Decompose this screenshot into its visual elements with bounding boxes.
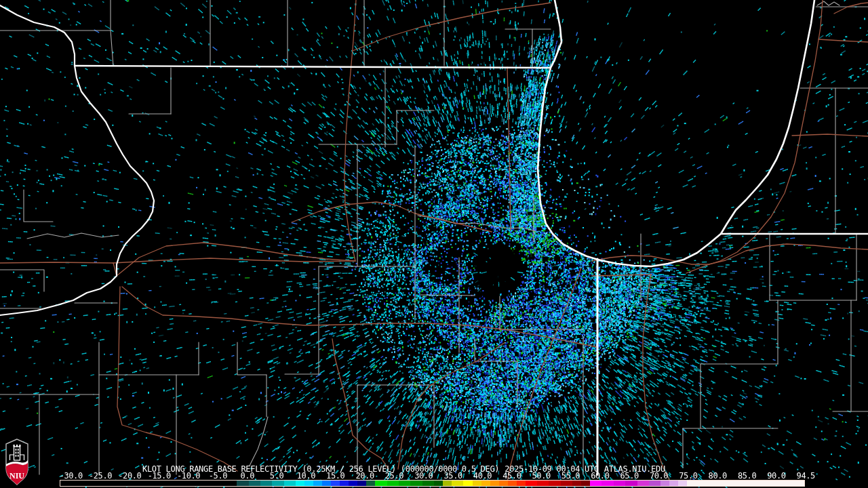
highway — [507, 268, 581, 483]
scale-tick-label: 50.0 — [527, 472, 556, 480]
county-line — [237, 342, 267, 375]
highway — [292, 202, 492, 232]
scale-tick-label: 20.0 — [350, 472, 379, 480]
county-line — [111, 0, 113, 66]
scale-tick-label: 60.0 — [585, 472, 614, 480]
scale-tick-label: 30.0 — [409, 472, 438, 480]
scale-tick-label: 45.0 — [497, 472, 526, 480]
scale-tick-label: 70.0 — [644, 472, 673, 480]
highway — [353, 3, 551, 51]
highway — [643, 274, 671, 484]
wisconsin-illinois-border — [75, 66, 549, 68]
scale-tick-label: 35.0 — [438, 472, 467, 480]
county-line — [420, 295, 475, 296]
highway — [344, 0, 356, 261]
scale-tick-label: 65.0 — [615, 472, 644, 480]
scale-tick-label: 15.0 — [321, 472, 350, 480]
colorbar-scale-labels: -30.0-25.0-20.0-15.0-10.0-5.00.05.010.01… — [56, 472, 823, 480]
scale-tick-label: -25.0 — [85, 472, 115, 480]
county-line — [0, 270, 44, 291]
scale-tick-label: 80.0 — [703, 472, 732, 480]
scale-tick-label: 5.0 — [262, 472, 291, 480]
county-line — [817, 1, 840, 5]
base-map — [0, 0, 868, 488]
scale-tick-label: -5.0 — [203, 472, 233, 480]
highway — [592, 274, 651, 276]
county-line — [24, 190, 53, 222]
highway — [332, 339, 389, 469]
scale-tick-label: 75.0 — [673, 472, 703, 480]
radar-display: NIU KLOT LONG RANGE BASE REFLECTIVITY (0… — [0, 0, 868, 488]
county-line — [27, 233, 119, 239]
highway — [818, 39, 868, 42]
reflectivity-colorbar — [60, 480, 805, 487]
niu-logo: NIU — [3, 439, 32, 486]
county-line — [418, 216, 536, 231]
highway — [117, 287, 237, 471]
scale-tick-label: 55.0 — [556, 472, 585, 480]
lake-michigan-shoreline — [538, 0, 814, 266]
highway — [113, 258, 355, 263]
scale-tick-label: 10.0 — [292, 472, 321, 480]
scale-tick-label: -30.0 — [56, 472, 85, 480]
scale-tick-label: 85.0 — [732, 472, 762, 480]
highway — [686, 0, 823, 273]
scale-tick-label: -10.0 — [174, 472, 203, 480]
scale-tick-label: -15.0 — [144, 472, 174, 480]
county-line — [250, 417, 268, 466]
scale-tick-label: 25.0 — [380, 472, 409, 480]
highway — [592, 244, 868, 264]
mississippi-river — [0, 5, 154, 315]
niu-logo-text: NIU — [9, 471, 24, 481]
scale-tick-label: 0.0 — [233, 472, 262, 480]
scale-tick-label: 94.5 — [791, 472, 821, 480]
scale-tick-label: 90.0 — [762, 472, 791, 480]
highway — [834, 3, 868, 14]
highway — [122, 287, 597, 347]
highway — [507, 67, 511, 230]
scale-tick-label: -20.0 — [115, 472, 144, 480]
highway — [792, 134, 868, 136]
scale-tick-label: 40.0 — [468, 472, 497, 480]
highway — [0, 262, 113, 263]
